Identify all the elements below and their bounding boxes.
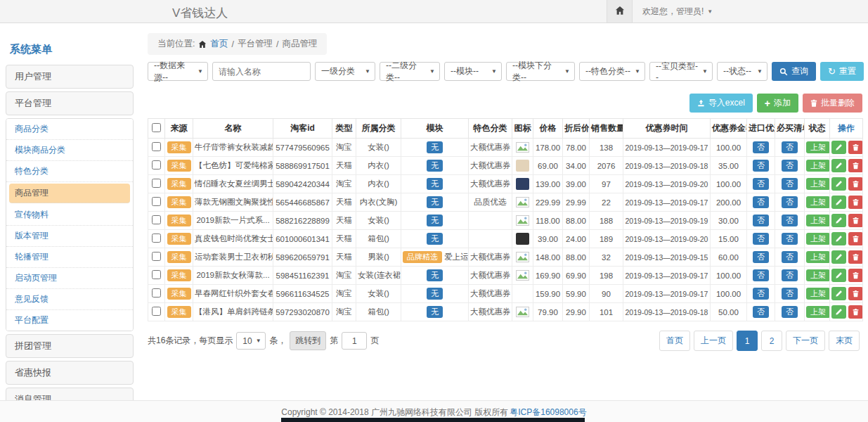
level1-category-select[interactable]: 一级分类▼ [315, 62, 375, 81]
row-checkbox[interactable] [152, 142, 161, 151]
edit-button[interactable] [831, 250, 846, 264]
edit-button[interactable] [831, 287, 846, 300]
import-select-toggle[interactable]: 否 [753, 269, 769, 281]
status-toggle[interactable]: 上架 [806, 160, 830, 172]
sidebar-item-platform-management[interactable]: 平台管理 [6, 91, 134, 115]
import-select-toggle[interactable]: 否 [753, 215, 769, 226]
sidebar-item-carousel-management[interactable]: 轮播管理 [6, 247, 133, 268]
must-buy-toggle[interactable]: 否 [782, 288, 798, 300]
row-checkbox[interactable] [152, 270, 161, 279]
jump-page-input[interactable] [342, 332, 367, 350]
delete-button[interactable] [848, 177, 863, 191]
sidebar-item-module-goods-category[interactable]: 模块商品分类 [6, 140, 133, 161]
sidebar-item-platform-config[interactable]: 平台配置 [6, 310, 133, 331]
status-toggle[interactable]: 上架 [806, 288, 830, 300]
delete-button[interactable] [848, 287, 863, 300]
status-select[interactable]: --状态--▼ [717, 62, 767, 81]
sidebar-item-goods-management[interactable]: 商品管理 [9, 184, 130, 203]
import-select-toggle[interactable]: 否 [753, 306, 769, 318]
page-button-末页[interactable]: 末页 [829, 331, 860, 351]
status-toggle[interactable]: 上架 [806, 269, 830, 281]
import-select-toggle[interactable]: 否 [753, 233, 769, 245]
item-type-select[interactable]: --宝贝类型--▼ [649, 62, 713, 81]
page-button-上一页[interactable]: 上一页 [694, 331, 733, 351]
must-buy-toggle[interactable]: 否 [782, 215, 798, 226]
import-excel-button[interactable]: 导入excel [689, 94, 753, 113]
page-button-2[interactable]: 2 [761, 331, 782, 351]
data-source-select[interactable]: --数据来源--▼ [148, 62, 208, 81]
edit-button[interactable] [831, 305, 846, 319]
status-toggle[interactable]: 上架 [806, 233, 830, 245]
home-button[interactable] [607, 0, 633, 23]
import-select-toggle[interactable]: 否 [753, 160, 769, 172]
sidebar-item-goods-category[interactable]: 商品分类 [6, 119, 133, 140]
icp-link[interactable]: 粤ICP备16098006号 [510, 407, 586, 418]
import-select-toggle[interactable]: 否 [753, 178, 769, 190]
must-buy-toggle[interactable]: 否 [782, 160, 798, 172]
must-buy-toggle[interactable]: 否 [782, 178, 798, 190]
sidebar-item-saving-express[interactable]: 省惠快报 [6, 361, 134, 385]
name-input[interactable] [212, 62, 311, 81]
batch-delete-button[interactable]: 批量删除 [803, 94, 862, 113]
reset-button[interactable]: ↻ 重置 [820, 62, 864, 81]
import-select-toggle[interactable]: 否 [753, 288, 769, 300]
edit-button[interactable] [831, 214, 846, 227]
import-select-toggle[interactable]: 否 [753, 251, 769, 263]
row-checkbox[interactable] [152, 215, 161, 224]
jump-button[interactable]: 跳转到 [290, 331, 326, 350]
edit-button[interactable] [831, 141, 846, 154]
edit-button[interactable] [831, 232, 846, 245]
delete-button[interactable] [848, 196, 863, 209]
row-checkbox[interactable] [152, 252, 161, 261]
sidebar-item-feedback[interactable]: 意见反馈 [6, 289, 133, 310]
delete-button[interactable] [848, 232, 863, 245]
page-button-下一页[interactable]: 下一页 [786, 331, 825, 351]
module-select[interactable]: --模块--▼ [444, 62, 502, 81]
delete-button[interactable] [848, 269, 863, 282]
row-checkbox[interactable] [152, 234, 161, 243]
row-checkbox[interactable] [152, 160, 161, 170]
must-buy-toggle[interactable]: 否 [782, 269, 798, 281]
breadcrumb-home-link[interactable]: 首页 [210, 38, 228, 50]
status-toggle[interactable]: 上架 [806, 215, 830, 226]
edit-button[interactable] [831, 159, 846, 172]
delete-button[interactable] [848, 214, 863, 227]
import-select-toggle[interactable]: 否 [753, 196, 769, 208]
delete-button[interactable] [848, 159, 863, 172]
delete-button[interactable] [848, 141, 863, 154]
page-button-首页[interactable]: 首页 [659, 331, 690, 351]
edit-button[interactable] [831, 196, 846, 209]
row-checkbox[interactable] [152, 197, 161, 206]
add-button[interactable]: + 添加 [757, 94, 798, 113]
import-select-toggle[interactable]: 否 [753, 141, 769, 153]
delete-button[interactable] [848, 250, 863, 264]
row-checkbox[interactable] [152, 179, 161, 188]
page-button-1[interactable]: 1 [737, 331, 758, 351]
edit-button[interactable] [831, 269, 846, 282]
status-toggle[interactable]: 上架 [806, 251, 830, 263]
sidebar-item-version-management[interactable]: 版本管理 [6, 226, 133, 247]
sidebar-item-splash-page-management[interactable]: 启动页管理 [6, 268, 133, 289]
sidebar-item-promotion-material[interactable]: 宣传物料 [6, 205, 133, 226]
status-toggle[interactable]: 上架 [806, 178, 830, 190]
row-checkbox[interactable] [152, 307, 161, 316]
must-buy-toggle[interactable]: 否 [782, 306, 798, 318]
level2-category-select[interactable]: --二级分类--▼ [380, 62, 440, 81]
sidebar-item-feature-category[interactable]: 特色分类 [6, 161, 133, 182]
sidebar-item-users-management[interactable]: 用户管理 [6, 65, 134, 89]
feature-category-select[interactable]: --特色分类--▼ [579, 62, 645, 81]
status-toggle[interactable]: 上架 [806, 196, 830, 208]
user-menu[interactable]: 欢迎您，管理员! ▼ [633, 0, 723, 23]
select-all-checkbox[interactable] [152, 123, 161, 132]
must-buy-toggle[interactable]: 否 [782, 251, 798, 263]
edit-button[interactable] [831, 177, 846, 191]
must-buy-toggle[interactable]: 否 [782, 141, 798, 153]
search-button[interactable]: 查询 [772, 62, 816, 81]
row-checkbox[interactable] [152, 288, 161, 298]
sidebar-item-group-buy-management[interactable]: 拼团管理 [6, 334, 134, 358]
status-toggle[interactable]: 上架 [806, 141, 830, 153]
page-size-select[interactable]: 10 ▼ [236, 332, 266, 350]
must-buy-toggle[interactable]: 否 [782, 233, 798, 245]
module-sub-category-select[interactable]: --模块下分类--▼ [506, 62, 575, 81]
delete-button[interactable] [848, 305, 863, 319]
